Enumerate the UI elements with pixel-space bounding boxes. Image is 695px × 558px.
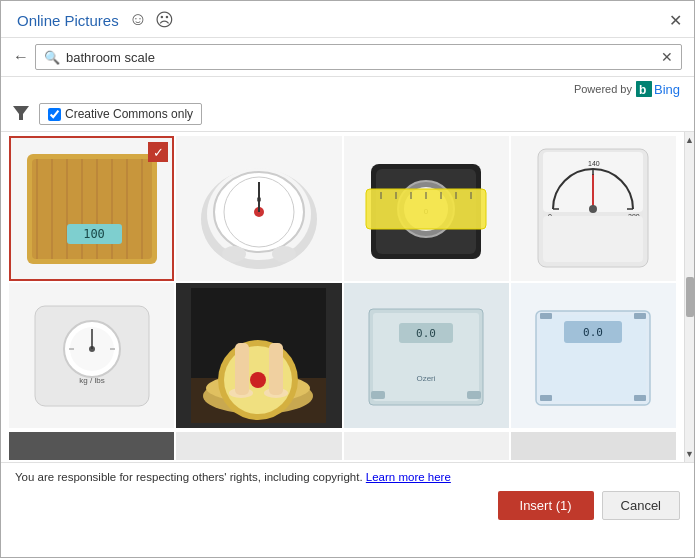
scrollbar-thumb[interactable] <box>686 277 694 317</box>
scale-image-1: 100 <box>22 144 162 274</box>
svg-text:100: 100 <box>83 227 105 241</box>
scale-image-7: 0.0 Ozeri <box>361 291 491 421</box>
svg-rect-73 <box>371 391 385 399</box>
scroll-up-arrow[interactable]: ▲ <box>682 132 694 148</box>
image-cell-5[interactable]: kg / lbs <box>9 283 174 428</box>
partial-cell-4[interactable] <box>511 432 676 460</box>
image-cell-4[interactable]: 0 280 140 <box>511 136 676 281</box>
smiley-icon[interactable]: ☺ <box>129 9 147 31</box>
svg-point-41 <box>589 205 597 213</box>
filter-bar: Creative Commons only <box>1 99 694 132</box>
image-cell-1[interactable]: 100 ✓ <box>9 136 174 281</box>
footer-copyright: You are responsible for respecting other… <box>15 471 680 483</box>
powered-by-label: Powered by <box>574 83 632 95</box>
svg-text:0.0: 0.0 <box>583 326 603 339</box>
image-cell-2[interactable]: 0 <box>176 136 341 281</box>
close-button[interactable]: ✕ <box>669 11 682 30</box>
dialog-title: Online Pictures <box>17 12 119 29</box>
sad-icon[interactable]: ☹ <box>155 9 174 31</box>
search-input[interactable] <box>66 50 655 65</box>
svg-rect-79 <box>540 395 552 401</box>
search-bar: ← 🔍 ✕ <box>1 38 694 77</box>
svg-point-23 <box>272 246 296 262</box>
image-cell-7[interactable]: 0.0 Ozeri <box>344 283 509 428</box>
svg-rect-67 <box>269 343 283 395</box>
back-button[interactable]: ← <box>13 48 29 66</box>
creative-commons-filter[interactable]: Creative Commons only <box>39 103 202 125</box>
partial-cell-2[interactable] <box>176 432 341 460</box>
svg-rect-80 <box>634 395 646 401</box>
image-cell-6[interactable] <box>176 283 341 428</box>
svg-text:Ozeri: Ozeri <box>417 374 436 383</box>
images-grid: 100 ✓ 0 <box>1 132 684 432</box>
scale-image-5: kg / lbs <box>27 291 157 421</box>
cancel-button[interactable]: Cancel <box>602 491 680 520</box>
svg-point-63 <box>250 372 266 388</box>
svg-point-22 <box>222 246 246 262</box>
footer-buttons: Insert (1) Cancel <box>15 491 680 520</box>
scale-image-8: 0.0 <box>528 291 658 421</box>
filter-icon <box>13 106 29 123</box>
scale-image-3: 0 <box>361 144 491 274</box>
creative-commons-checkbox[interactable] <box>48 108 61 121</box>
learn-more-link[interactable]: Learn more here <box>366 471 451 483</box>
title-bar-left: Online Pictures ☺ ☹ <box>17 9 174 31</box>
partial-cell-1[interactable] <box>9 432 174 460</box>
title-bar: Online Pictures ☺ ☹ ✕ <box>1 1 694 38</box>
svg-rect-66 <box>235 343 249 395</box>
svg-rect-48 <box>543 216 643 262</box>
scale-image-4: 0 280 140 <box>533 144 653 274</box>
selected-checkmark: ✓ <box>148 142 168 162</box>
svg-rect-81 <box>540 313 552 319</box>
svg-text:kg / lbs: kg / lbs <box>79 376 104 385</box>
bing-letter: b <box>636 81 652 97</box>
svg-rect-82 <box>634 313 646 319</box>
images-area: 100 ✓ 0 <box>1 132 694 462</box>
partial-cell-3[interactable] <box>344 432 509 460</box>
scale-image-6 <box>191 288 326 423</box>
creative-commons-label: Creative Commons only <box>65 107 193 121</box>
bing-logo: b Bing <box>636 81 680 97</box>
bing-text: Bing <box>654 82 680 97</box>
scroll-down-arrow[interactable]: ▼ <box>682 446 694 462</box>
search-icon: 🔍 <box>44 50 60 65</box>
partial-images-row <box>1 432 684 460</box>
search-clear-button[interactable]: ✕ <box>661 49 673 65</box>
image-cell-3[interactable]: 0 <box>344 136 509 281</box>
svg-text:0: 0 <box>257 195 262 204</box>
svg-rect-74 <box>467 391 481 399</box>
svg-text:0.0: 0.0 <box>416 327 436 340</box>
copyright-text: You are responsible for respecting other… <box>15 471 363 483</box>
scrollbar[interactable]: ▲ ▼ <box>684 132 694 462</box>
svg-text:b: b <box>639 83 646 97</box>
image-cell-8[interactable]: 0.0 <box>511 283 676 428</box>
scale-image-2: 0 <box>194 144 324 274</box>
title-icons: ☺ ☹ <box>129 9 174 31</box>
insert-button[interactable]: Insert (1) <box>498 491 594 520</box>
powered-by-bar: Powered by b Bing <box>1 77 694 99</box>
svg-marker-2 <box>13 106 29 120</box>
footer: You are responsible for respecting other… <box>1 462 694 528</box>
svg-text:140: 140 <box>588 160 600 167</box>
search-input-wrapper: 🔍 ✕ <box>35 44 682 70</box>
